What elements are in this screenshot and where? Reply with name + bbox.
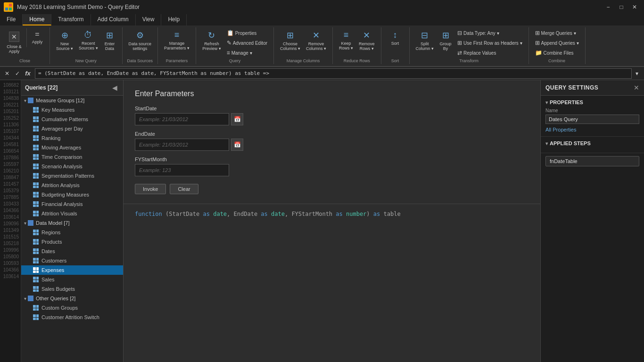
sidebar-scroll[interactable]: ▾ Measure Groups [12] Key Measures Cumul…	[21, 96, 123, 362]
append-queries-button[interactable]: ⊞ Append Queries ▾	[533, 38, 581, 48]
startdate-input[interactable]	[135, 113, 229, 125]
clear-button[interactable]: Clear	[170, 184, 198, 194]
invoke-button[interactable]: Invoke	[135, 184, 166, 194]
item-label: Customers	[41, 258, 66, 263]
name-label: Name	[545, 108, 639, 113]
sidebar-item-products[interactable]: Products	[21, 237, 123, 247]
formula-expand-button[interactable]: ▾	[632, 68, 642, 79]
sidebar-item-time-comparison[interactable]: Time Comparison	[21, 152, 123, 162]
group-by-button[interactable]: ⊞ GroupBy	[437, 28, 454, 53]
keep-rows-button[interactable]: ≡ KeepRows ▾	[337, 28, 355, 52]
applied-steps-section: ▾ APPLIED STEPS	[541, 137, 644, 153]
sidebar-item-moving-averages[interactable]: Moving Averages	[21, 143, 123, 152]
ribbon-group-new-query: ⊕ NewSource ▾ ⏱ RecentSources ▾ ⊞ EnterD…	[50, 27, 123, 64]
recent-sources-button[interactable]: ⏱ RecentSources ▾	[76, 28, 100, 52]
fystartmonth-input[interactable]	[135, 164, 229, 176]
refresh-preview-button[interactable]: ↻ RefreshPreview ▾	[200, 28, 223, 53]
tab-file[interactable]: File	[0, 14, 23, 25]
close-apply-button[interactable]: ✕ Close &Apply	[4, 28, 25, 56]
close-window-button[interactable]: ✕	[629, 2, 640, 12]
item-label: Key Measures	[41, 107, 74, 113]
formula-input[interactable]	[35, 68, 632, 79]
other-queries-header[interactable]: ▾ Other Queries [2]	[21, 294, 123, 303]
sidebar-item-averages-per-day[interactable]: Averages per Day	[21, 124, 123, 133]
sidebar: Queries [22] ◀ ▾ Measure Groups [12] Key…	[21, 80, 124, 362]
name-input[interactable]	[545, 115, 639, 124]
split-column-button[interactable]: ⊟ SplitColumn ▾	[413, 28, 437, 53]
sidebar-item-sales[interactable]: Sales	[21, 275, 123, 284]
enter-params-title: Enter Parameters	[135, 90, 529, 98]
combine-files-button[interactable]: 📁 Combine Files	[533, 48, 581, 58]
item-label: Dates	[41, 248, 55, 254]
sidebar-item-custom-groups[interactable]: Custom Groups	[21, 303, 123, 313]
startdate-calendar-button[interactable]: 📅	[231, 113, 243, 125]
sidebar-item-scenario-analysis[interactable]: Scenario Analysis	[21, 162, 123, 171]
measure-groups-arrow: ▾	[24, 98, 26, 103]
minimize-button[interactable]: −	[603, 2, 614, 12]
maximize-button[interactable]: □	[616, 2, 627, 12]
merge-queries-button[interactable]: ⊞ Merge Queries ▾	[533, 28, 581, 38]
choose-columns-button[interactable]: ⊞ ChooseColumns ▾	[278, 28, 303, 53]
combine-group-label: Combine	[548, 58, 565, 63]
measure-groups-header[interactable]: ▾ Measure Groups [12]	[21, 96, 123, 105]
remove-columns-button[interactable]: ✕ RemoveColumns ▾	[304, 28, 329, 53]
sidebar-item-customers[interactable]: Customers	[21, 256, 123, 265]
applied-steps-list: fnDateTable	[541, 153, 644, 169]
sidebar-item-attrition-analysis[interactable]: Attrition Analysis	[21, 181, 123, 190]
advanced-editor-button[interactable]: ✎ Advanced Editor	[224, 38, 270, 48]
sidebar-item-regions[interactable]: Regions	[21, 228, 123, 237]
remove-rows-button[interactable]: ✕ RemoveRows ▾	[356, 28, 377, 53]
sidebar-item-budgeting-measures[interactable]: Budgeting Measures	[21, 190, 123, 199]
replace-values-button[interactable]: ⇄ Replace Values	[455, 48, 524, 58]
tab-home[interactable]: Home	[23, 14, 51, 25]
enddate-input[interactable]	[135, 139, 229, 151]
sidebar-item-customer-attrition-switch[interactable]: Customer Attrition Switch	[21, 313, 123, 322]
sidebar-item-attrition-visuals[interactable]: Attrition Visuals	[21, 209, 123, 218]
sidebar-item-financial-analysis[interactable]: Financial Analysis	[21, 199, 123, 209]
properties-section-header[interactable]: ▾ PROPERTIES	[545, 99, 639, 105]
sidebar-item-cumulative-patterns[interactable]: Cumulative Patterns	[21, 115, 123, 124]
ribbon-group-close: ✕ Close &Apply = Apply Close	[0, 27, 50, 64]
item-label: Attrition Analysis	[41, 182, 80, 188]
fystartmonth-group: FYStartMonth	[135, 156, 529, 176]
grid-icon	[33, 107, 39, 113]
enddate-calendar-button[interactable]: 📅	[231, 139, 243, 151]
sidebar-item-expenses[interactable]: Expenses	[21, 265, 123, 275]
sidebar-item-key-measures[interactable]: Key Measures	[21, 105, 123, 115]
sidebar-item-sales-budgets[interactable]: Sales Budgets	[21, 284, 123, 294]
applied-steps-header[interactable]: ▾ APPLIED STEPS	[545, 140, 639, 146]
tab-transform[interactable]: Transform	[51, 14, 91, 25]
sidebar-collapse-button[interactable]: ◀	[110, 83, 119, 92]
properties-button[interactable]: 📋 Properties	[224, 28, 270, 38]
first-row-header-button[interactable]: ⊞ Use First Row as Headers ▾	[455, 38, 524, 48]
sidebar-item-dates[interactable]: Dates	[21, 247, 123, 256]
apply-button[interactable]: = Apply	[29, 28, 46, 46]
enter-data-button[interactable]: ⊞ EnterData	[101, 28, 118, 53]
tab-add-column[interactable]: Add Column	[91, 14, 136, 25]
data-model-header[interactable]: ▾ Data Model [7]	[21, 218, 123, 228]
formula-fx-button[interactable]: fx	[23, 68, 33, 79]
sort-button[interactable]: ↕ Sort	[387, 28, 404, 48]
query-settings-close-button[interactable]: ✕	[634, 84, 639, 91]
item-label: Averages per Day	[41, 126, 83, 132]
reduce-rows-group-label: Reduce Rows	[344, 58, 370, 63]
data-source-settings-button[interactable]: ⚙ Data sourcesettings	[126, 28, 154, 53]
title-bar: May 2018 Learning Summit Demo - Query Ed…	[0, 0, 644, 14]
formula-confirm-button[interactable]: ✓	[12, 68, 23, 79]
formula-cancel-button[interactable]: ✕	[2, 68, 12, 79]
data-type-button[interactable]: ⊟ Data Type: Any ▾	[455, 28, 524, 38]
manage-parameters-button[interactable]: ≡ ManageParameters ▾	[162, 28, 192, 52]
sidebar-item-ranking[interactable]: Ranking	[21, 133, 123, 143]
tab-help[interactable]: Help	[161, 14, 187, 25]
sidebar-item-segmentation-patterns[interactable]: Segmentation Patterns	[21, 171, 123, 181]
query-group-label: Query	[229, 58, 241, 63]
new-source-button[interactable]: ⊕ NewSource ▾	[54, 28, 75, 53]
manage-button[interactable]: ≡ Manage ▾	[224, 48, 270, 58]
all-properties-link[interactable]: All Properties	[545, 127, 576, 132]
tab-view[interactable]: View	[136, 14, 162, 25]
item-label: Cumulative Patterns	[41, 116, 88, 122]
ribbon-group-sort: ↕ Sort Sort	[381, 27, 410, 64]
item-label: Customer Attrition Switch	[41, 314, 99, 320]
step-fnDateTable[interactable]: fnDateTable	[545, 156, 639, 166]
sidebar-title: Queries [22]	[25, 84, 58, 91]
